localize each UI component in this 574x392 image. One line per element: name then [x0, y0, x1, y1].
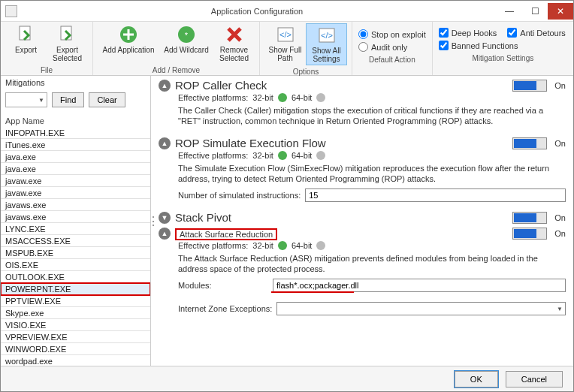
export-label: Export: [15, 46, 37, 54]
ribbon-group-file: Export Export Selected File: [1, 22, 93, 75]
iz-select[interactable]: ▼: [276, 302, 566, 315]
rop-caller-toggle[interactable]: [512, 80, 547, 92]
ribbon-caption-file: File: [1, 65, 92, 77]
show-all-settings-button[interactable]: </> Show All Settings: [306, 23, 347, 65]
list-item[interactable]: javaw.exe: [1, 187, 150, 199]
rop-sim-toggle[interactable]: [512, 137, 547, 149]
show-all-settings-label: Show All Settings: [312, 47, 340, 63]
app-icon: [5, 5, 17, 17]
anti-detours-input[interactable]: [507, 28, 517, 38]
list-item[interactable]: javaws.exe: [1, 211, 150, 223]
clear-button[interactable]: Clear: [89, 92, 125, 107]
mitigation-stack-pivot: ▼ Stack Pivot On: [159, 211, 566, 224]
remove-selected-label: Remove Selected: [219, 46, 249, 62]
add-wildcard-button[interactable]: * Add Wildcard: [159, 23, 213, 56]
platform-32: 32-bit: [252, 151, 273, 160]
banned-functions-input[interactable]: [439, 41, 449, 50]
main-area: Mitigations ▼ Find Clear App Name INFOPA…: [1, 76, 573, 366]
titlebar: Application Configuration — ☐ ✕: [1, 1, 573, 22]
deep-hooks-input[interactable]: [439, 28, 449, 38]
filter-combo[interactable]: ▼: [5, 92, 47, 107]
app-list[interactable]: INFOPATH.EXEiTunes.exejava.exejava.exeja…: [1, 127, 150, 366]
platform-64: 64-bit: [292, 241, 313, 250]
list-item[interactable]: MSACCESS.EXE: [1, 235, 150, 247]
asr-toggle[interactable]: [512, 228, 547, 240]
dot-gray-icon: [316, 151, 325, 160]
delete-icon: [225, 25, 244, 44]
list-item[interactable]: javaws.exe: [1, 199, 150, 211]
mitigation-rop-sim: ▲ ROP Simulate Execution Flow On Effecti…: [159, 137, 566, 204]
modules-input[interactable]: [273, 279, 566, 292]
ok-button[interactable]: OK: [455, 371, 498, 387]
list-item[interactable]: Skype.exe: [1, 307, 150, 319]
show-full-path-button[interactable]: </> Show Full Path: [264, 23, 306, 64]
svg-text:*: *: [185, 31, 189, 40]
right-panel: ▲ ROP Caller Check On Effective platform…: [156, 76, 573, 366]
collapse-icon[interactable]: ▲: [159, 80, 171, 92]
asr-title: Attack Surface Reduction: [175, 227, 508, 240]
stop-on-exploit-input[interactable]: [358, 29, 368, 39]
audit-only-input[interactable]: [358, 42, 368, 52]
export-selected-button[interactable]: Export Selected: [47, 23, 88, 64]
stop-on-exploit-radio[interactable]: Stop on exploit: [358, 29, 426, 39]
minimize-button[interactable]: —: [497, 3, 522, 20]
eff-label: Effective platforms:: [178, 151, 248, 160]
list-item[interactable]: OIS.EXE: [1, 259, 150, 271]
banned-functions-check[interactable]: Banned Functions: [439, 41, 567, 50]
list-item[interactable]: javaw.exe: [1, 175, 150, 187]
find-button[interactable]: Find: [52, 92, 84, 107]
close-button[interactable]: ✕: [548, 3, 573, 20]
list-item[interactable]: PPTVIEW.EXE: [1, 295, 150, 307]
dot-gray-icon: [316, 241, 325, 250]
iz-label: Internet Zone Exceptions:: [178, 304, 272, 313]
list-item[interactable]: java.exe: [1, 151, 150, 163]
dot-green-icon: [278, 151, 287, 160]
list-item[interactable]: VISIO.EXE: [1, 319, 150, 331]
platform-32: 32-bit: [252, 241, 273, 250]
asr-desc: The Attack Surface Reduction (ASR) mitig…: [159, 252, 566, 277]
list-item[interactable]: VPREVIEW.EXE: [1, 331, 150, 343]
num-sim-input[interactable]: [305, 188, 566, 202]
ribbon: Export Export Selected File Add Applicat…: [1, 22, 573, 76]
anti-detours-check[interactable]: Anti Detours: [507, 28, 566, 38]
settings-list-icon: </>: [317, 26, 337, 45]
banned-functions-label: Banned Functions: [452, 41, 518, 50]
list-item[interactable]: POWERPNT.EXE: [1, 283, 150, 295]
list-item[interactable]: WINWORD.EXE: [1, 343, 150, 355]
list-item[interactable]: LYNC.EXE: [1, 223, 150, 235]
list-item[interactable]: java.exe: [1, 163, 150, 175]
deep-hooks-label: Deep Hooks: [452, 29, 497, 38]
dot-gray-icon: [316, 93, 325, 102]
add-application-button[interactable]: Add Application: [98, 23, 159, 56]
list-item[interactable]: MSPUB.EXE: [1, 247, 150, 259]
deep-hooks-check[interactable]: Deep Hooks: [439, 28, 497, 38]
export-selected-label: Export Selected: [53, 46, 82, 62]
add-wildcard-label: Add Wildcard: [164, 46, 208, 54]
collapse-icon[interactable]: ▲: [159, 137, 171, 149]
rop-sim-title: ROP Simulate Execution Flow: [175, 137, 508, 149]
export-button[interactable]: Export: [5, 23, 47, 56]
show-full-path-label: Show Full Path: [269, 46, 302, 62]
cancel-button[interactable]: Cancel: [506, 371, 563, 387]
platform-32: 32-bit: [252, 93, 273, 102]
remove-selected-button[interactable]: Remove Selected: [213, 23, 255, 64]
highlight-underline: [271, 291, 354, 293]
window-title: Application Configuration: [17, 7, 497, 16]
expand-icon[interactable]: ▼: [159, 212, 171, 224]
list-item[interactable]: OUTLOOK.EXE: [1, 271, 150, 283]
mitigation-rop-caller: ▲ ROP Caller Check On Effective platform…: [159, 79, 566, 129]
stack-pivot-toggle[interactable]: [512, 212, 547, 224]
list-item[interactable]: INFOPATH.EXE: [1, 127, 150, 139]
list-item[interactable]: wordpad.exe: [1, 355, 150, 366]
audit-only-radio[interactable]: Audit only: [358, 42, 426, 52]
anti-detours-label: Anti Detours: [520, 29, 566, 38]
eff-label: Effective platforms:: [178, 93, 248, 102]
code-icon: </>: [276, 25, 295, 44]
num-sim-label: Number of simulated instructions:: [178, 191, 301, 200]
maximize-button[interactable]: ☐: [522, 3, 548, 20]
audit-only-label: Audit only: [371, 43, 407, 52]
collapse-icon[interactable]: ▲: [159, 228, 171, 240]
list-item[interactable]: iTunes.exe: [1, 139, 150, 151]
rop-sim-toggle-label: On: [554, 139, 566, 148]
chevron-down-icon: ▼: [38, 97, 44, 104]
